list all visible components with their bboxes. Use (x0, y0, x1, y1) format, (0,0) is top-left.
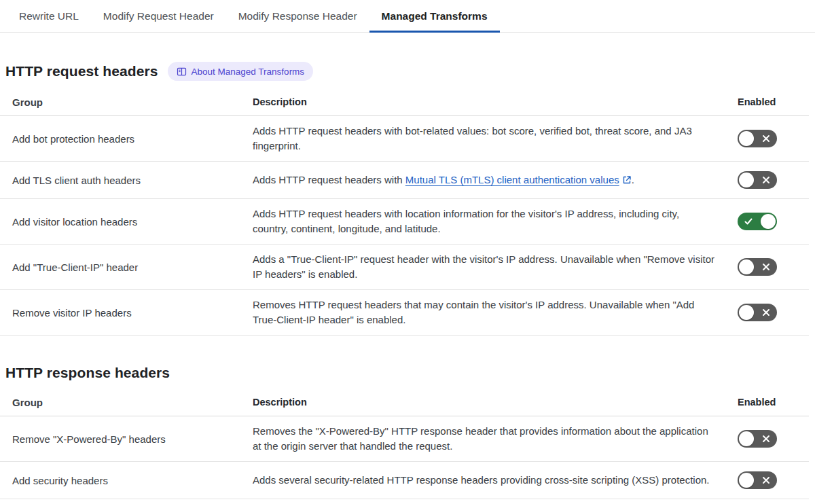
description-cell: Adds HTTP request headers with location … (253, 199, 738, 244)
enabled-toggle[interactable] (738, 430, 777, 448)
table-body: Add bot protection headers Adds HTTP req… (0, 116, 809, 336)
table-row: Remove visitor IP headers Removes HTTP r… (0, 290, 809, 336)
toggle-knob (739, 473, 754, 488)
enabled-toggle[interactable] (738, 258, 777, 276)
request-headers-table: Group Description Enabled Add bot protec… (0, 89, 809, 336)
enabled-toggle[interactable] (738, 471, 777, 489)
table-row: Remove "X-Powered-By" headers Removes th… (0, 416, 809, 462)
column-header-group: Group (0, 389, 253, 416)
enabled-toggle[interactable] (738, 171, 777, 189)
toggle-knob (739, 431, 754, 446)
request-section-title: HTTP request headers (5, 63, 158, 79)
group-cell: Add "True-Client-IP" header (0, 254, 253, 281)
column-header-description: Description (253, 90, 738, 114)
toggle-knob (739, 305, 754, 320)
tab-rewrite-url[interactable]: Rewrite URL (7, 0, 91, 32)
group-cell: Add security headers (0, 467, 253, 494)
request-headers-section: HTTP request headers About Managed Trans… (0, 62, 815, 336)
book-icon (177, 67, 187, 77)
column-header-description: Description (253, 391, 738, 414)
group-cell: Remove visitor IP headers (0, 300, 253, 326)
description-cell: Adds several security-related HTTP respo… (253, 465, 738, 495)
x-icon (762, 134, 770, 143)
group-cell: Add TLS client auth headers (0, 167, 253, 194)
column-header-group: Group (0, 89, 253, 115)
response-headers-table: Group Description Enabled Remove "X-Powe… (0, 389, 809, 499)
badge-label: About Managed Transforms (192, 67, 305, 77)
table-row: Add "True-Client-IP" header Adds a "True… (0, 245, 809, 290)
tab-modify-request-header[interactable]: Modify Request Header (91, 0, 226, 32)
description-cell: Adds HTTP request headers with Mutual TL… (253, 165, 738, 195)
x-icon (762, 308, 770, 317)
enabled-toggle[interactable] (738, 304, 777, 321)
table-header-row: Group Description Enabled (0, 389, 809, 416)
x-icon (762, 263, 770, 271)
toggle-knob (761, 214, 776, 229)
column-header-enabled: Enabled (738, 391, 809, 414)
toggle-knob (739, 259, 754, 274)
description-cell: Removes HTTP request headers that may co… (253, 290, 738, 335)
table-row: Add TLS client auth headers Adds HTTP re… (0, 162, 809, 199)
column-header-enabled: Enabled (738, 90, 809, 114)
response-section-title: HTTP response headers (5, 365, 170, 381)
description-cell: Removes the "X-Powered-By" HTTP response… (253, 416, 738, 461)
tab-managed-transforms[interactable]: Managed Transforms (369, 0, 500, 32)
group-cell: Add bot protection headers (0, 126, 253, 152)
table-row: Add visitor location headers Adds HTTP r… (0, 199, 809, 245)
enabled-toggle[interactable] (738, 213, 777, 230)
table-body: Remove "X-Powered-By" headers Removes th… (0, 416, 809, 499)
mtls-values-link[interactable]: Mutual TLS (mTLS) client authentication … (405, 174, 619, 185)
response-headers-section: HTTP response headers Group Description … (0, 365, 815, 499)
toggle-knob (739, 131, 754, 146)
x-icon (762, 176, 770, 184)
x-icon (762, 476, 770, 484)
description-cell: Adds HTTP request headers with bot-relat… (253, 116, 738, 161)
table-header-row: Group Description Enabled (0, 89, 809, 116)
tab-bar: Rewrite URLModify Request HeaderModify R… (0, 0, 815, 33)
check-icon (744, 217, 753, 226)
table-row: Add bot protection headers Adds HTTP req… (0, 116, 809, 162)
tab-modify-response-header[interactable]: Modify Response Header (226, 0, 369, 32)
external-link-icon (622, 175, 632, 185)
x-icon (762, 435, 770, 443)
group-cell: Add visitor location headers (0, 209, 253, 235)
enabled-toggle[interactable] (738, 130, 777, 147)
group-cell: Remove "X-Powered-By" headers (0, 426, 253, 452)
toggle-knob (739, 173, 754, 187)
table-row: Add security headers Adds several securi… (0, 462, 809, 499)
about-managed-transforms-badge[interactable]: About Managed Transforms (168, 62, 314, 81)
description-cell: Adds a "True-Client-IP" request header w… (253, 245, 738, 289)
